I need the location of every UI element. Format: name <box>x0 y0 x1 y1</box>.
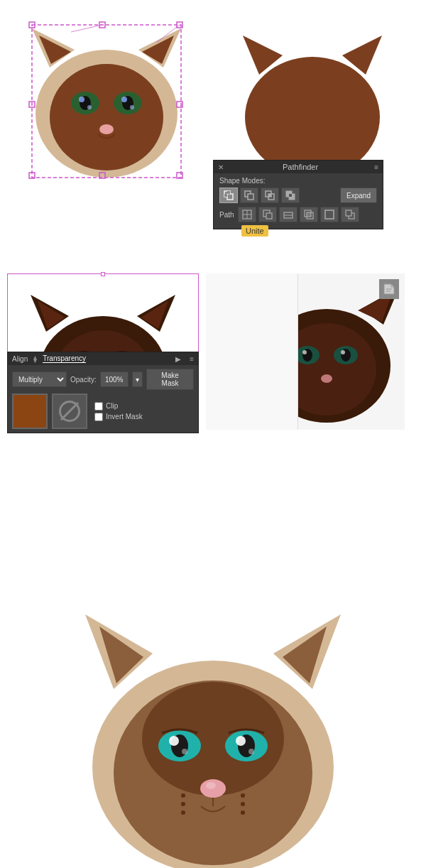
svg-marker-83 <box>16 400 24 408</box>
crop-button[interactable] <box>300 207 318 222</box>
svg-rect-18 <box>177 102 182 107</box>
shape-modes-label: Shape Modes: <box>219 177 377 185</box>
svg-marker-84 <box>36 400 43 408</box>
paper-icon <box>379 279 399 299</box>
panel-menu-icon2[interactable]: ≡ <box>190 355 194 363</box>
svg-rect-51 <box>325 210 334 219</box>
panel-menu-icon[interactable]: ≡ <box>374 163 378 171</box>
svg-point-13 <box>130 105 134 109</box>
opacity-stepper[interactable]: ▾ <box>132 371 143 387</box>
minus-back-button[interactable] <box>341 207 359 222</box>
pathfinders-label: Path <box>219 211 234 219</box>
svg-point-98 <box>182 749 187 754</box>
trim-button[interactable] <box>258 207 277 222</box>
svg-point-82 <box>20 407 40 424</box>
make-mask-button[interactable]: Make Mask <box>146 369 194 390</box>
svg-point-14 <box>99 124 114 134</box>
cat-middle-masked <box>206 273 405 430</box>
blend-opacity-row: Multiply Opacity: ▾ Make Mask <box>12 369 194 390</box>
svg-point-101 <box>206 782 216 789</box>
svg-rect-37 <box>268 194 271 197</box>
cat-thumbnail <box>12 394 48 429</box>
minus-front-button[interactable] <box>240 188 258 203</box>
outline-button[interactable] <box>320 207 339 222</box>
svg-point-11 <box>121 97 127 102</box>
unite-button[interactable]: Unite <box>219 188 238 203</box>
paper-overlay <box>206 273 298 430</box>
merge-button[interactable] <box>279 207 297 222</box>
transparency-titlebar: Align ⧫ Transparency ▶ ≡ <box>8 352 198 365</box>
svg-point-99 <box>248 749 254 754</box>
panel-expand-icon[interactable]: ▶ <box>175 355 181 363</box>
clip-label: Clip <box>106 402 118 410</box>
svg-point-78 <box>341 350 345 354</box>
invert-mask-row: Invert Mask <box>94 413 143 421</box>
bottom-cat-section <box>0 554 426 868</box>
svg-rect-32 <box>224 194 227 197</box>
mask-thumbnail-row: Clip Invert Mask <box>12 394 194 429</box>
blend-mode-select[interactable]: Multiply <box>12 371 67 387</box>
svg-rect-30 <box>227 194 233 200</box>
svg-rect-45 <box>266 213 272 219</box>
svg-rect-31 <box>227 191 230 194</box>
exclude-button[interactable] <box>281 188 300 203</box>
pathfinder-body: Shape Modes: Unite <box>214 173 383 229</box>
invert-mask-checkbox[interactable] <box>94 413 103 421</box>
cat-illustration-flat <box>227 14 398 185</box>
pathfinder-panel: ✕ Pathfinder ≡ Shape Modes: Unite <box>213 160 383 229</box>
svg-point-77 <box>302 350 307 354</box>
close-icon[interactable]: ✕ <box>218 163 224 171</box>
svg-rect-53 <box>346 210 351 216</box>
cat-illustration-selected <box>14 11 199 188</box>
svg-point-104 <box>181 802 185 806</box>
large-cat-illustration <box>64 575 362 868</box>
svg-line-24 <box>71 25 102 32</box>
align-tab[interactable]: Align <box>12 355 28 363</box>
svg-point-107 <box>241 802 245 806</box>
clip-checkbox[interactable] <box>94 402 103 411</box>
svg-point-105 <box>181 810 185 815</box>
intersect-button[interactable] <box>261 188 279 203</box>
no-mask-symbol <box>59 401 80 422</box>
svg-point-10 <box>79 97 84 102</box>
shape-modes-row: Unite <box>219 188 377 203</box>
transparency-body: Multiply Opacity: ▾ Make Mask <box>8 365 198 433</box>
svg-point-96 <box>169 736 179 746</box>
clip-row: Clip <box>94 402 143 411</box>
divide-button[interactable] <box>238 207 256 222</box>
svg-point-79 <box>321 374 332 383</box>
svg-point-12 <box>87 105 92 109</box>
svg-point-5 <box>50 64 163 170</box>
opacity-input[interactable] <box>100 371 129 387</box>
cat-left-selected <box>7 7 206 192</box>
transparency-checkboxes: Clip Invert Mask <box>94 402 143 421</box>
transparency-tab[interactable]: Transparency <box>43 354 86 363</box>
transparency-panel: Align ⧫ Transparency ▶ ≡ Multiply Opacit… <box>7 352 199 433</box>
pathfinders-row: Path <box>219 207 377 222</box>
svg-rect-34 <box>248 194 253 200</box>
svg-rect-50 <box>307 212 311 217</box>
svg-rect-40 <box>289 194 292 197</box>
expand-button[interactable]: Expand <box>340 188 377 203</box>
svg-point-108 <box>241 810 245 815</box>
opacity-label: Opacity: <box>70 376 97 384</box>
mask-thumbnail <box>52 394 87 429</box>
pathfinder-title: Pathfinder <box>283 163 318 171</box>
svg-point-103 <box>181 793 185 798</box>
svg-point-97 <box>236 736 246 746</box>
pathfinder-titlebar: ✕ Pathfinder ≡ <box>214 161 383 173</box>
unite-tooltip: Unite <box>241 225 268 237</box>
svg-point-106 <box>241 793 245 798</box>
invert-mask-label: Invert Mask <box>106 413 143 421</box>
